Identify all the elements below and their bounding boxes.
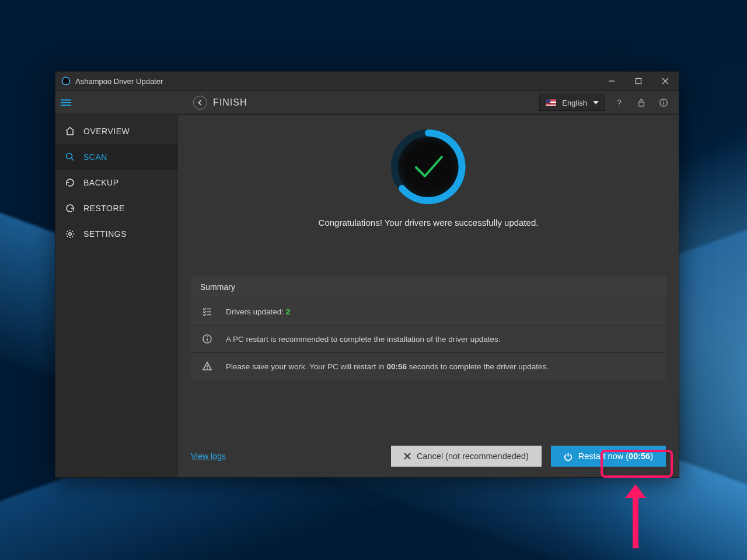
home-icon [65, 126, 75, 136]
close-button[interactable] [652, 72, 679, 90]
application-window: Ashampoo Driver Updater FINISH English [55, 71, 679, 478]
breadcrumb: FINISH [193, 96, 247, 110]
topbar: FINISH English [55, 90, 679, 115]
main-content: Congratulations! Your drivers were succe… [178, 115, 679, 477]
info-button[interactable] [655, 94, 672, 111]
checklist-icon [201, 306, 213, 317]
maximize-button[interactable] [625, 72, 652, 90]
summary-row-text: Please save your work. Your PC will rest… [226, 362, 549, 371]
sidebar-item-settings[interactable]: SETTINGS [55, 221, 178, 247]
sidebar-item-scan[interactable]: SCAN [55, 144, 178, 170]
titlebar: Ashampoo Driver Updater [55, 72, 679, 90]
summary-row-warning: Please save your work. Your PC will rest… [191, 352, 666, 380]
language-label: English [562, 99, 587, 107]
sidebar-item-label: SETTINGS [83, 229, 127, 239]
language-selector[interactable]: English [539, 94, 605, 111]
cancel-button[interactable]: Cancel (not recommendeded) [391, 446, 542, 467]
sidebar-item-restore[interactable]: RESTORE [55, 195, 178, 221]
svg-point-12 [67, 153, 72, 159]
svg-point-24 [207, 368, 208, 369]
summary: Summary Drivers updated: 2 A PC restart … [191, 276, 666, 380]
svg-point-14 [69, 233, 72, 236]
svg-line-13 [72, 159, 74, 161]
sidebar-item-label: BACKUP [83, 178, 119, 187]
sidebar: OVERVIEW SCAN BACKUP RESTORE SETTINGS [55, 115, 178, 477]
success-graphic [388, 127, 469, 207]
sidebar-item-label: SCAN [83, 152, 107, 162]
restart-now-button[interactable]: Restart now (00:56) [551, 446, 666, 467]
close-icon [404, 453, 411, 460]
summary-row-info: A PC restart is recommended to complete … [191, 325, 666, 352]
svg-rect-8 [639, 102, 644, 106]
hamburger-menu-button[interactable] [55, 90, 76, 115]
restore-icon [65, 203, 75, 214]
chevron-down-icon [593, 101, 599, 104]
sidebar-item-label: RESTORE [83, 204, 125, 213]
summary-row-text: Drivers updated: 2 [226, 307, 290, 316]
backup-icon [65, 177, 75, 188]
cancel-label: Cancel (not recommendeded) [417, 452, 529, 461]
lock-button[interactable] [633, 94, 650, 111]
svg-rect-1 [636, 79, 641, 84]
hero-message: Congratulations! Your drivers were succe… [319, 218, 539, 228]
minimize-button[interactable] [598, 72, 625, 90]
hero: Congratulations! Your drivers were succe… [178, 115, 679, 233]
summary-row-text: A PC restart is recommended to complete … [226, 335, 501, 344]
app-icon [61, 76, 71, 86]
breadcrumb-label: FINISH [213, 97, 247, 108]
sidebar-item-overview[interactable]: OVERVIEW [55, 118, 178, 144]
summary-heading: Summary [191, 276, 666, 298]
restart-label: Restart now (00:56) [578, 452, 653, 461]
power-icon [564, 452, 573, 461]
svg-point-22 [207, 336, 208, 337]
summary-row-updated: Drivers updated: 2 [191, 298, 666, 325]
gear-icon [65, 229, 75, 239]
info-icon [201, 334, 213, 344]
window-title: Ashampoo Driver Updater [75, 77, 163, 86]
search-icon [65, 152, 75, 162]
sidebar-item-backup[interactable]: BACKUP [55, 170, 178, 195]
svg-point-11 [663, 100, 664, 102]
svg-point-7 [619, 105, 620, 106]
annotation-arrow [633, 496, 638, 548]
sidebar-item-label: OVERVIEW [83, 127, 130, 136]
footer: View logs Cancel (not recommendeded) Res… [178, 438, 679, 477]
view-logs-link[interactable]: View logs [191, 452, 226, 461]
help-button[interactable] [611, 94, 627, 111]
warning-icon [201, 361, 213, 372]
back-button[interactable] [193, 96, 207, 110]
flag-us-icon [546, 99, 556, 106]
countdown-time: 00:56 [386, 362, 407, 371]
updated-count: 2 [286, 307, 291, 316]
